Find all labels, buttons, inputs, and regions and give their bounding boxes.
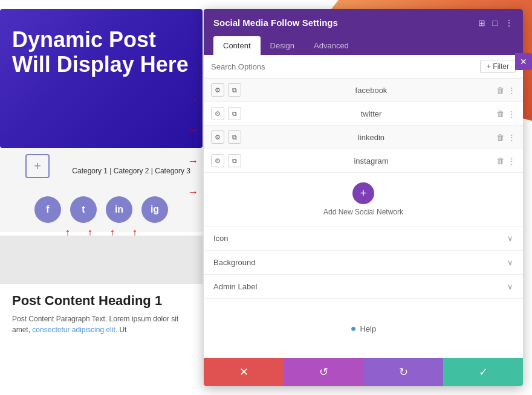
add-network-button[interactable]: + bbox=[352, 182, 374, 204]
arrow-right-3: → bbox=[187, 155, 198, 168]
twitter-row-icons: ⚙ ⧉ bbox=[211, 107, 241, 120]
twitter-actions: 🗑 ⋮ bbox=[496, 109, 516, 118]
facebook-actions: 🗑 ⋮ bbox=[496, 86, 516, 95]
post-heading: Post Content Heading 1 bbox=[12, 293, 190, 309]
background-chevron-icon: ∨ bbox=[507, 258, 513, 267]
search-input[interactable] bbox=[211, 62, 480, 71]
facebook-settings-icon[interactable]: ⚙ bbox=[211, 83, 224, 97]
linkedin-more-btn[interactable]: ⋮ bbox=[508, 133, 516, 142]
hero-section: Dynamic Post Will Display Here bbox=[0, 9, 203, 148]
panel-icon-grid[interactable]: ⊞ bbox=[478, 18, 485, 28]
admin-label-section[interactable]: Admin Label ∨ bbox=[204, 275, 523, 299]
icon-chevron-icon: ∨ bbox=[507, 234, 513, 243]
background-section[interactable]: Background ∨ bbox=[204, 251, 523, 275]
reset-button[interactable]: ↺ bbox=[284, 358, 363, 386]
redo-button[interactable]: ↻ bbox=[363, 358, 443, 386]
panel-icon-window[interactable]: □ bbox=[493, 18, 498, 28]
help-label[interactable]: Help bbox=[360, 324, 376, 333]
panel-header-icons: ⊞ □ ⋮ bbox=[478, 18, 513, 28]
icon-section[interactable]: Icon ∨ bbox=[204, 226, 523, 251]
facebook-more-btn[interactable]: ⋮ bbox=[508, 86, 516, 95]
linkedin-icon-circle[interactable]: in bbox=[106, 196, 132, 223]
network-row-twitter: ⚙ ⧉ twitter 🗑 ⋮ bbox=[204, 102, 523, 126]
linkedin-actions: 🗑 ⋮ bbox=[496, 133, 516, 142]
cancel-button[interactable]: ✕ bbox=[204, 358, 284, 386]
linkedin-label: linkedin bbox=[246, 133, 496, 142]
arrow-right-1: → bbox=[187, 94, 198, 106]
facebook-delete-btn[interactable]: 🗑 bbox=[496, 86, 504, 95]
action-bar: ✕ ↺ ↻ ✓ bbox=[204, 358, 523, 386]
white-content-section: Post Content Heading 1 Post Content Para… bbox=[0, 284, 203, 395]
instagram-actions: 🗑 ⋮ bbox=[496, 156, 516, 165]
post-paragraph: Post Content Paragraph Text. Lorem ipsum… bbox=[12, 313, 190, 335]
add-icon-box[interactable]: + bbox=[25, 154, 50, 178]
arrows-container: → → → → bbox=[187, 94, 198, 199]
instagram-delete-btn[interactable]: 🗑 bbox=[496, 156, 504, 165]
twitter-label: twitter bbox=[246, 109, 496, 118]
panel-close-button[interactable]: ✕ bbox=[515, 53, 532, 70]
linkedin-delete-btn[interactable]: 🗑 bbox=[496, 133, 504, 142]
add-network-label: Add New Social Network bbox=[323, 208, 403, 216]
panel-icon-menu[interactable]: ⋮ bbox=[505, 18, 513, 28]
facebook-icon-circle[interactable]: f bbox=[34, 196, 61, 223]
network-row-facebook: ⚙ ⧉ facebook 🗑 ⋮ bbox=[204, 79, 523, 102]
tab-content[interactable]: Content bbox=[213, 36, 261, 55]
instagram-icon-circle[interactable]: ig bbox=[141, 196, 168, 223]
arrow-right-4: → bbox=[187, 186, 198, 199]
categories-text: Category 1 | Category 2 | Category 3 bbox=[72, 167, 190, 175]
content-area: + Category 1 | Category 2 | Category 3 bbox=[0, 148, 203, 190]
tab-design[interactable]: Design bbox=[261, 36, 304, 55]
help-icon: ● bbox=[351, 323, 357, 334]
instagram-more-btn[interactable]: ⋮ bbox=[508, 156, 516, 165]
help-section: ● Help bbox=[204, 299, 523, 358]
admin-chevron-icon: ∨ bbox=[507, 282, 513, 291]
linkedin-row-icons: ⚙ ⧉ bbox=[211, 130, 241, 144]
instagram-row-icons: ⚙ ⧉ bbox=[211, 154, 241, 167]
hero-title: Dynamic Post Will Display Here bbox=[12, 27, 190, 77]
settings-panel: Social Media Follow Settings ⊞ □ ⋮ Conte… bbox=[204, 9, 523, 386]
instagram-copy-icon[interactable]: ⧉ bbox=[228, 154, 241, 167]
gray-section bbox=[0, 236, 203, 284]
add-network-section: + Add New Social Network bbox=[204, 173, 523, 226]
arrow-right-2: → bbox=[187, 124, 198, 137]
facebook-copy-icon[interactable]: ⧉ bbox=[228, 83, 241, 97]
twitter-copy-icon[interactable]: ⧉ bbox=[228, 107, 241, 120]
facebook-row-icons: ⚙ ⧉ bbox=[211, 83, 241, 97]
save-button[interactable]: ✓ bbox=[443, 358, 523, 386]
admin-label-section-label: Admin Label bbox=[213, 282, 257, 291]
facebook-label: facebook bbox=[246, 86, 496, 95]
panel-tabs: Content Design Advanced bbox=[204, 36, 523, 55]
icon-section-label: Icon bbox=[213, 234, 229, 243]
linkedin-copy-icon[interactable]: ⧉ bbox=[228, 130, 241, 144]
instagram-settings-icon[interactable]: ⚙ bbox=[211, 154, 224, 167]
network-row-linkedin: ⚙ ⧉ linkedin 🗑 ⋮ bbox=[204, 126, 523, 149]
post-link[interactable]: consectetur adipiscing elit. bbox=[32, 326, 117, 334]
tab-advanced[interactable]: Advanced bbox=[304, 36, 358, 55]
search-bar: + Filter bbox=[204, 55, 523, 79]
panel-title: Social Media Follow Settings bbox=[213, 18, 338, 28]
filter-button[interactable]: + Filter bbox=[480, 60, 516, 73]
panel-header: Social Media Follow Settings ⊞ □ ⋮ bbox=[204, 9, 523, 36]
twitter-delete-btn[interactable]: 🗑 bbox=[496, 109, 504, 118]
twitter-icon-circle[interactable]: t bbox=[70, 196, 97, 223]
network-list: ⚙ ⧉ facebook 🗑 ⋮ ⚙ ⧉ twitter 🗑 ⋮ ⚙ ⧉ bbox=[204, 79, 523, 173]
instagram-label: instagram bbox=[246, 156, 496, 165]
twitter-settings-icon[interactable]: ⚙ bbox=[211, 107, 224, 120]
background-section-label: Background bbox=[213, 258, 255, 267]
network-row-instagram: ⚙ ⧉ instagram 🗑 ⋮ bbox=[204, 149, 523, 173]
linkedin-settings-icon[interactable]: ⚙ bbox=[211, 130, 224, 144]
twitter-more-btn[interactable]: ⋮ bbox=[508, 109, 516, 118]
